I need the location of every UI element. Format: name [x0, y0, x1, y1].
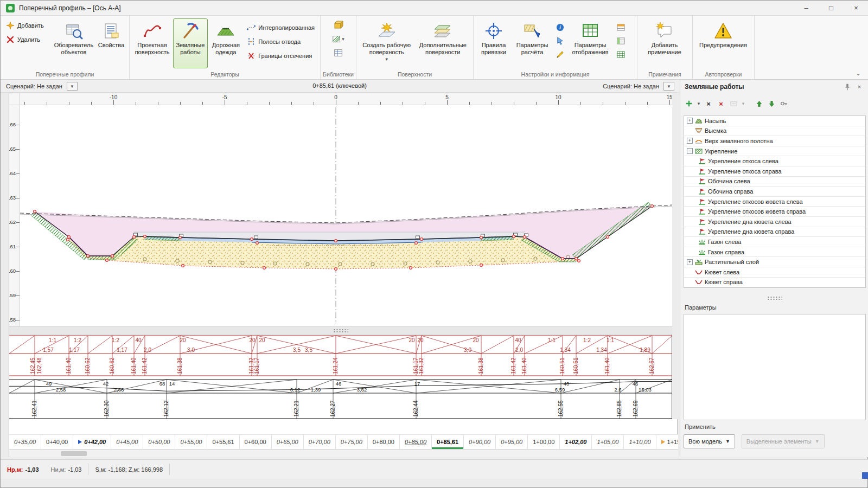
- delete-all-button[interactable]: ×: [716, 98, 726, 109]
- view-bands-button[interactable]: [614, 34, 627, 47]
- station-tab[interactable]: 0+55,00: [175, 435, 207, 449]
- view-grid-button[interactable]: [614, 48, 627, 61]
- band-label: 1,17: [69, 347, 80, 353]
- tree-item[interactable]: Газон справа: [684, 247, 865, 258]
- tree-item[interactable]: +Верх земляного полотна: [684, 136, 865, 146]
- station-tab[interactable]: 1+10,00: [624, 435, 656, 449]
- tree-expander[interactable]: +: [687, 259, 693, 265]
- rename-item-button[interactable]: [728, 98, 739, 109]
- earthworks-button[interactable]: Земляные работы: [173, 18, 208, 68]
- scenario-right-dropdown[interactable]: ▼: [663, 82, 674, 91]
- station-tab[interactable]: 0+55,61: [207, 435, 239, 449]
- station-tab[interactable]: 0+40,00: [41, 435, 73, 449]
- add-item-dropdown[interactable]: ▾: [696, 98, 701, 109]
- tree-item[interactable]: +Растительный слой: [684, 257, 865, 267]
- station-tab[interactable]: 1+05,00: [592, 435, 624, 449]
- active-station-label: 0+85,61 (ключевой): [1, 82, 679, 89]
- tree-item[interactable]: Укрепление откосов кювета слева: [684, 197, 865, 207]
- band-label: 1,39: [311, 387, 321, 393]
- horizontal-splitter[interactable]: [9, 326, 672, 335]
- band-label: 160,62: [85, 357, 91, 374]
- tree-item[interactable]: +Насыпь: [684, 116, 865, 126]
- tree-item[interactable]: Обочина слева: [684, 177, 865, 187]
- pavement-button[interactable]: Дорожная одежда: [209, 18, 244, 68]
- warnings-button[interactable]: Предупреждения: [695, 18, 751, 68]
- interpolated-button[interactable]: Интерполированная: [244, 21, 317, 34]
- station-tab[interactable]: 1+15,: [656, 435, 678, 449]
- apply-selected-dropdown[interactable]: Выделенные элементы▼: [742, 434, 825, 448]
- station-tab[interactable]: 0+70,00: [304, 435, 336, 449]
- info-button[interactable]: i: [553, 21, 566, 34]
- tree-item[interactable]: Выемка: [684, 126, 865, 137]
- tree-item[interactable]: Укрепление дна кювета слева: [684, 217, 865, 227]
- tree-item[interactable]: Обочина справа: [684, 187, 865, 197]
- tree-item[interactable]: Укрепление дна кювета справа: [684, 227, 865, 237]
- key-button[interactable]: [778, 98, 789, 109]
- view-table-button[interactable]: [614, 21, 627, 34]
- calc-params-button[interactable]: Параметры расчёта: [512, 18, 552, 68]
- minimize-button[interactable]: –: [794, 1, 819, 15]
- station-tab[interactable]: 0+65,00: [272, 435, 304, 449]
- add-profile-button[interactable]: Добавить: [3, 18, 52, 32]
- tree-expander[interactable]: +: [687, 138, 693, 144]
- scenario-left-dropdown[interactable]: ▼: [67, 82, 78, 91]
- library-hatch-button[interactable]: ▾: [332, 33, 345, 46]
- station-tab[interactable]: 0+90,00: [464, 435, 496, 449]
- scrollbar-thumb[interactable]: [61, 451, 87, 456]
- station-tab[interactable]: 0+50,00: [143, 435, 175, 449]
- library-grid-button[interactable]: [332, 47, 345, 60]
- band-label: 14: [169, 381, 175, 387]
- tree-item[interactable]: Укрепление откосов кювета справа: [684, 207, 865, 217]
- remove-profile-button[interactable]: Удалить: [3, 33, 52, 46]
- tree-expander[interactable]: +: [687, 118, 693, 124]
- station-tab[interactable]: 0+75,00: [336, 435, 368, 449]
- move-down-button[interactable]: [766, 98, 777, 109]
- station-tab[interactable]: 0+42,00: [73, 435, 111, 449]
- tree-item[interactable]: Кювет справа: [684, 278, 865, 288]
- tree-item[interactable]: Укрепление откоса справа: [684, 166, 865, 177]
- snap-rules-button[interactable]: Правила привязки: [476, 18, 511, 68]
- pencil-button[interactable]: [553, 48, 566, 61]
- station-tab[interactable]: 0+85,00: [400, 435, 432, 449]
- apply-scope-dropdown[interactable]: Всю модель▼: [684, 434, 735, 448]
- tree-item[interactable]: Кювет слева: [684, 267, 865, 278]
- station-tab[interactable]: 0+35,00: [9, 435, 41, 449]
- object-browser-button[interactable]: Обозреватель объектов: [53, 18, 95, 68]
- close-button[interactable]: ×: [844, 1, 868, 15]
- rename-dropdown[interactable]: ▾: [741, 98, 746, 109]
- additional-surfaces-button[interactable]: Дополнительные поверхности: [416, 18, 471, 68]
- station-tab[interactable]: 1+00,00: [528, 435, 560, 449]
- resize-grip[interactable]: [862, 472, 868, 479]
- tree-expander[interactable]: −: [687, 148, 693, 154]
- station-tab[interactable]: 0+45,00: [111, 435, 143, 449]
- station-tab[interactable]: 0+80,00: [368, 435, 400, 449]
- properties-button[interactable]: Свойства: [96, 18, 126, 68]
- create-working-surface-button[interactable]: Создать рабочую поверхность ▾: [359, 18, 414, 68]
- add-item-button[interactable]: [684, 98, 694, 109]
- library-box-button[interactable]: [332, 18, 345, 31]
- station-tab[interactable]: 1+02,00: [560, 435, 592, 449]
- station-tab[interactable]: 0+95,00: [496, 435, 528, 449]
- row-strips-button[interactable]: Полосы отвода: [244, 35, 317, 48]
- add-note-button[interactable]: Добавить примечание: [640, 18, 689, 68]
- tree-item[interactable]: Газон слева: [684, 237, 865, 247]
- move-up-button[interactable]: [754, 98, 764, 109]
- tree-item[interactable]: −Укрепление: [684, 146, 865, 157]
- station-tab[interactable]: 0+85,61: [432, 435, 464, 449]
- delete-item-button[interactable]: ×: [703, 98, 714, 109]
- horizontal-scrollbar[interactable]: [9, 450, 678, 457]
- earthworks-icon: [181, 22, 200, 40]
- maximize-button[interactable]: □: [819, 1, 844, 15]
- design-surface-button[interactable]: Проектная поверхность: [132, 18, 172, 68]
- pointer-button[interactable]: [553, 34, 566, 47]
- panel-splitter[interactable]: [680, 294, 868, 301]
- cross-section-canvas[interactable]: [20, 105, 672, 326]
- tree-item[interactable]: Укрепление откоса слева: [684, 156, 865, 166]
- panel-close-icon[interactable]: ×: [854, 82, 864, 92]
- clip-bounds-button[interactable]: Границы отсечения: [244, 49, 317, 62]
- ribbon-collapse-button[interactable]: ⌄: [856, 69, 861, 77]
- display-params-button[interactable]: Параметры отображения: [567, 18, 613, 68]
- station-tab[interactable]: 0+60,00: [240, 435, 272, 449]
- pin-icon[interactable]: [843, 82, 852, 92]
- band-label: 3,5: [293, 347, 301, 353]
